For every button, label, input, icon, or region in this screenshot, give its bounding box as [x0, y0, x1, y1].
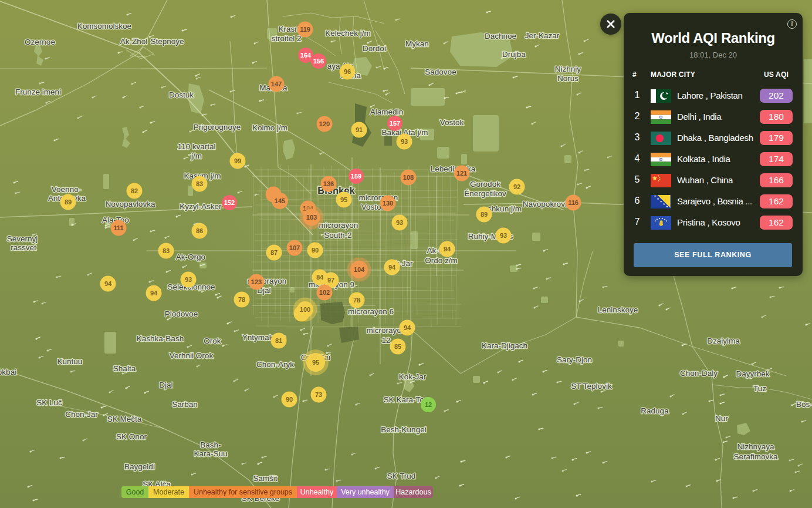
svg-text:119: 119 — [300, 26, 310, 33]
svg-text:Baygeldi: Baygeldi — [124, 462, 155, 471]
svg-text:92: 92 — [513, 183, 520, 190]
svg-text:SK Trud: SK Trud — [387, 472, 416, 480]
svg-text:116: 116 — [568, 199, 578, 206]
svg-text:90: 90 — [286, 396, 293, 403]
svg-text:okbai: okbai — [0, 368, 16, 376]
svg-text:103: 103 — [306, 214, 317, 221]
svg-text:97: 97 — [327, 277, 334, 284]
svg-text:102: 102 — [319, 289, 330, 296]
svg-text:Gorodok: Gorodok — [470, 180, 500, 189]
svg-text:Tuz: Tuz — [753, 384, 766, 393]
svg-text:Besh-Kungei: Besh-Kungei — [381, 425, 426, 434]
svg-text:Nur: Nur — [715, 414, 728, 423]
svg-text:Kara-Suu: Kara-Suu — [194, 449, 227, 458]
svg-text:90: 90 — [312, 247, 319, 254]
svg-text:95: 95 — [312, 359, 319, 366]
svg-text:Nizhnyaya: Nizhnyaya — [737, 442, 774, 451]
svg-text:Vostok: Vostok — [440, 118, 464, 127]
svg-text:Kolmo j/m: Kolmo j/m — [252, 123, 287, 132]
svg-text:96: 96 — [344, 68, 351, 75]
svg-text:SK Onor: SK Onor — [116, 432, 147, 441]
svg-text:95: 95 — [340, 196, 347, 203]
svg-text:Komsomolskoe: Komsomolskoe — [77, 22, 131, 31]
svg-text:ST Teplovik: ST Teplovik — [571, 382, 612, 391]
svg-text:Jer-Kazar: Jer-Kazar — [525, 31, 560, 40]
svg-text:Stepnoye: Stepnoye — [150, 37, 184, 46]
svg-text:73: 73 — [315, 391, 322, 398]
svg-text:12: 12 — [381, 336, 390, 345]
svg-text:108: 108 — [403, 174, 414, 181]
svg-text:83: 83 — [163, 247, 170, 254]
svg-text:82: 82 — [131, 187, 138, 194]
svg-text:Dostuk: Dostuk — [169, 90, 194, 99]
svg-text:Novopavlovka: Novopavlovka — [106, 200, 155, 208]
svg-text:Énergetikov: Énergetikov — [464, 189, 506, 198]
svg-text:Sarban: Sarban — [172, 400, 198, 409]
svg-text:91: 91 — [356, 126, 363, 133]
svg-text:Kelechek j/m: Kelechek j/m — [325, 29, 370, 38]
svg-text:stroitel 2: stroitel 2 — [271, 34, 301, 43]
svg-text:Kok-Jar: Kok-Jar — [399, 372, 427, 381]
svg-text:110 kvartal: 110 kvartal — [177, 142, 215, 151]
svg-text:84: 84 — [316, 274, 324, 281]
svg-text:j/m: j/m — [191, 152, 202, 160]
svg-text:Plodovoe: Plodovoe — [165, 309, 198, 318]
svg-text:Dordoi: Dordoi — [363, 44, 386, 53]
svg-text:Kara-Djigach: Kara-Djigach — [482, 341, 527, 350]
svg-text:86: 86 — [196, 227, 203, 234]
svg-text:Ak-Zhol: Ak-Zhol — [120, 37, 148, 46]
svg-text:Chon-Aryk: Chon-Aryk — [256, 360, 294, 369]
svg-text:94: 94 — [388, 264, 396, 271]
svg-text:Kuntuu: Kuntuu — [57, 357, 83, 366]
svg-text:Alamedin: Alamedin — [370, 107, 403, 116]
svg-text:Bash-: Bash- — [200, 440, 221, 449]
svg-text:100: 100 — [300, 306, 310, 313]
svg-text:Dzaiylma: Dzaiylma — [707, 337, 740, 345]
svg-text:Chon-Daly: Chon-Daly — [680, 369, 718, 378]
svg-text:85: 85 — [394, 343, 401, 350]
svg-text:Ozernoe: Ozernoe — [25, 38, 55, 46]
svg-text:107: 107 — [289, 244, 300, 251]
svg-text:Frunze imeni: Frunze imeni — [15, 88, 61, 96]
svg-text:Leninskoye: Leninskoye — [598, 305, 638, 314]
svg-text:94: 94 — [444, 245, 451, 253]
svg-text:130: 130 — [383, 200, 393, 207]
svg-text:87: 87 — [270, 249, 278, 256]
svg-text:78: 78 — [238, 296, 245, 303]
svg-text:152: 152 — [224, 199, 235, 206]
svg-text:120: 120 — [319, 120, 330, 127]
svg-text:Ak-Orgo: Ak-Orgo — [176, 253, 205, 261]
svg-text:Mykan: Mykan — [405, 39, 429, 48]
svg-text:Norus: Norus — [557, 74, 578, 83]
svg-text:Djal: Djal — [159, 381, 172, 389]
svg-text:SK Luč: SK Luč — [36, 398, 62, 407]
svg-text:Dachnoe: Dachnoe — [485, 32, 516, 41]
svg-text:136: 136 — [323, 180, 334, 187]
svg-text:104: 104 — [354, 266, 365, 273]
svg-text:Kyzyl-Asker: Kyzyl-Asker — [180, 202, 222, 211]
svg-text:Verhnii Orok: Verhnii Orok — [170, 351, 214, 360]
svg-text:Drujba: Drujba — [502, 50, 526, 59]
svg-text:Orok: Orok — [204, 337, 221, 345]
svg-text:111: 111 — [113, 224, 123, 231]
svg-text:81: 81 — [275, 337, 282, 344]
svg-text:164: 164 — [300, 52, 312, 59]
svg-text:SK Mečta: SK Mečta — [107, 415, 142, 423]
svg-text:94: 94 — [104, 280, 112, 287]
svg-text:Chon-Jar: Chon-Jar — [65, 410, 98, 419]
svg-text:159: 159 — [351, 173, 361, 180]
svg-text:83: 83 — [196, 180, 203, 187]
svg-text:Raduga: Raduga — [641, 406, 669, 415]
svg-text:145: 145 — [275, 197, 285, 204]
svg-text:Sary-Djon: Sary-Djon — [557, 355, 592, 364]
svg-text:shkun j/m: shkun j/m — [488, 204, 522, 213]
svg-text:157: 157 — [390, 120, 400, 127]
svg-text:78: 78 — [353, 297, 360, 304]
svg-text:Samšit: Samšit — [253, 474, 278, 483]
svg-text:microrayon 6: microrayon 6 — [348, 307, 394, 316]
svg-text:Sadovoe: Sadovoe — [425, 68, 456, 76]
svg-text:93: 93 — [401, 138, 408, 145]
svg-text:Voenno-: Voenno- — [52, 185, 81, 194]
svg-text:Serafimovka: Serafimovka — [733, 452, 778, 461]
svg-text:Kashka-Bash: Kashka-Bash — [137, 334, 184, 343]
